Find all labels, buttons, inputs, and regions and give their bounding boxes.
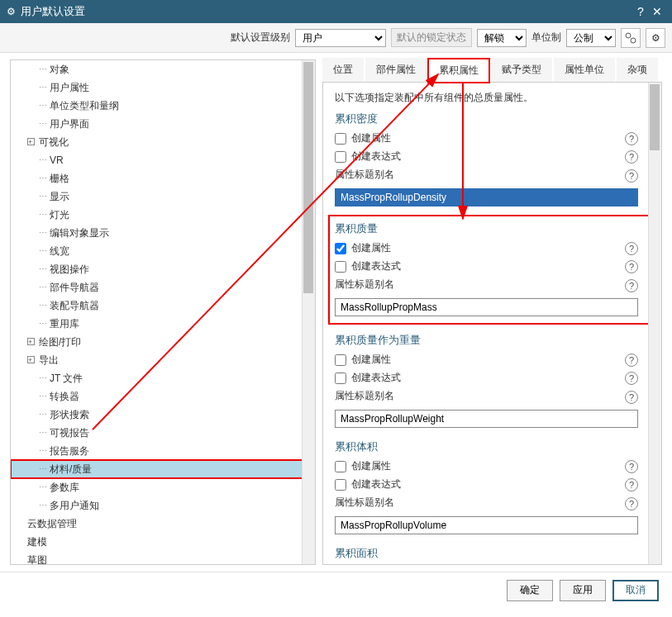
help-icon[interactable]: ?: [625, 497, 638, 510]
tree-item[interactable]: ⋯对象: [11, 60, 315, 78]
help-icon[interactable]: ?: [625, 260, 638, 273]
tree-item[interactable]: ⋯多用户通知: [11, 496, 315, 515]
tree-item[interactable]: ⋯转换器: [11, 387, 315, 406]
checkbox-create_expr[interactable]: 创建表达式: [335, 259, 625, 273]
tab[interactable]: 位置: [322, 58, 364, 82]
help-icon[interactable]: ?: [625, 169, 638, 183]
tree-item[interactable]: ⋯用户界面: [11, 115, 315, 133]
tree-item[interactable]: ⋯重用库: [11, 315, 315, 333]
tree-item[interactable]: 建模: [11, 533, 315, 551]
help-icon[interactable]: ?: [625, 478, 638, 491]
alias-label: 属性标题别名: [335, 496, 625, 510]
checkbox-create_attr[interactable]: 创建属性: [335, 241, 625, 255]
ok-button[interactable]: 确定: [507, 580, 553, 601]
checkbox-input[interactable]: [335, 261, 346, 273]
property-section: 累积密度创建属性?创建表达式?属性标题别名?: [335, 112, 655, 206]
checkbox-input[interactable]: [335, 373, 346, 384]
tree-item-label: 视图操作: [50, 262, 89, 277]
property-section: 累积体积创建属性?创建表达式?属性标题别名?: [335, 439, 655, 534]
tree-item-label: 云数据管理: [27, 516, 77, 531]
help-icon[interactable]: ?: [632, 5, 649, 18]
close-icon[interactable]: ✕: [649, 5, 665, 18]
tree-item[interactable]: ⋯线宽: [11, 242, 315, 260]
tree-item[interactable]: 草图: [11, 551, 315, 565]
checkbox-create_attr[interactable]: 创建属性: [335, 459, 625, 473]
checkbox-create_expr[interactable]: 创建表达式: [335, 371, 625, 385]
tree-item[interactable]: ⋯显示: [11, 187, 315, 206]
footer: 确定 应用 取消: [0, 572, 672, 608]
tree-item-label: 多用户通知: [50, 498, 99, 513]
level-select[interactable]: 用户: [295, 29, 386, 47]
tree-item-label: 可视报告: [50, 425, 89, 440]
help-icon[interactable]: ?: [625, 372, 638, 385]
tab[interactable]: 赋予类型: [491, 58, 552, 82]
tree-item-label: 编辑对象显示: [50, 225, 109, 240]
nav-tree[interactable]: ⋯对象⋯用户属性⋯单位类型和量纲⋯用户界面可视化⋯VR⋯栅格⋯显示⋯灯光⋯编辑对…: [10, 59, 316, 565]
tree-item-label: 形状搜索: [50, 407, 89, 422]
tree-item[interactable]: 云数据管理: [11, 515, 315, 533]
tree-item[interactable]: ⋯编辑对象显示: [11, 224, 315, 242]
alias-input[interactable]: [335, 410, 638, 428]
help-icon[interactable]: ?: [625, 391, 638, 404]
titlebar: ⚙ 用户默认设置 ? ✕: [0, 0, 672, 23]
tree-item[interactable]: ⋯形状搜索: [11, 406, 315, 424]
checkbox-create_attr[interactable]: 创建属性: [335, 353, 625, 367]
help-icon[interactable]: ?: [625, 279, 638, 292]
tree-item[interactable]: ⋯报告服务: [11, 442, 315, 460]
tree-item-label: JT 文件: [50, 371, 83, 386]
tree-item[interactable]: ⋯单位类型和量纲: [11, 97, 315, 115]
tree-item-label: 用户界面: [50, 116, 89, 131]
content-scrollbar[interactable]: [648, 83, 661, 564]
alias-label: 属性标题别名: [335, 389, 625, 403]
tree-item[interactable]: ⋯材料/质量: [11, 460, 315, 478]
checkbox-input[interactable]: [335, 354, 346, 366]
unit-select[interactable]: 公制: [566, 29, 616, 47]
tab[interactable]: 累积属性: [428, 59, 489, 83]
checkbox-input[interactable]: [335, 243, 346, 254]
checkbox-create_expr[interactable]: 创建表达式: [335, 150, 625, 164]
tab[interactable]: 部件属性: [365, 58, 427, 82]
tab[interactable]: 属性单位: [554, 58, 615, 82]
tree-item[interactable]: ⋯部件导航器: [11, 278, 315, 297]
lock-select[interactable]: 解锁: [477, 29, 527, 47]
tree-item[interactable]: ⋯灯光: [11, 206, 315, 224]
tree-scrollbar[interactable]: [302, 60, 315, 564]
tree-item[interactable]: ⋯视图操作: [11, 260, 315, 278]
tree-item[interactable]: ⋯可视报告: [11, 424, 315, 442]
help-icon[interactable]: ?: [625, 242, 638, 255]
tabs: 位置部件属性累积属性赋予类型属性单位杂项: [322, 59, 662, 83]
find-icon[interactable]: [621, 28, 641, 48]
alias-input[interactable]: [335, 516, 638, 534]
help-icon[interactable]: ?: [625, 150, 638, 164]
svg-point-1: [631, 38, 636, 43]
help-icon[interactable]: ?: [625, 132, 638, 145]
checkbox-input[interactable]: [335, 151, 346, 163]
tree-item[interactable]: 绘图/打印: [11, 333, 315, 351]
alias-input[interactable]: [335, 298, 638, 316]
tree-item[interactable]: ⋯栅格: [11, 169, 315, 187]
alias-input[interactable]: [335, 188, 638, 206]
description: 以下选项指定装配中所有组件的总质量属性。: [335, 91, 655, 105]
tree-item-label: 参数库: [50, 480, 79, 495]
checkbox-create_expr[interactable]: 创建表达式: [335, 477, 625, 491]
checkbox-create_attr[interactable]: 创建属性: [335, 131, 625, 145]
lock-state-label: 默认的锁定状态: [391, 28, 472, 47]
apply-button[interactable]: 应用: [560, 580, 606, 601]
tree-item[interactable]: ⋯参数库: [11, 478, 315, 496]
help-icon[interactable]: ?: [625, 354, 638, 367]
tree-item[interactable]: ⋯用户属性: [11, 78, 315, 97]
tree-item[interactable]: ⋯JT 文件: [11, 369, 315, 387]
cancel-button[interactable]: 取消: [612, 580, 659, 601]
tree-item[interactable]: 导出: [11, 351, 315, 369]
checkbox-input[interactable]: [335, 133, 346, 145]
settings-icon[interactable]: ⚙: [646, 28, 665, 48]
tree-item[interactable]: 可视化: [11, 133, 315, 151]
tree-item[interactable]: ⋯VR: [11, 151, 315, 169]
tree-item-label: 导出: [39, 353, 59, 368]
checkbox-input[interactable]: [335, 461, 346, 472]
tab[interactable]: 杂项: [617, 58, 658, 82]
checkbox-input[interactable]: [335, 479, 346, 491]
tree-item-label: 栅格: [50, 171, 69, 186]
help-icon[interactable]: ?: [625, 460, 638, 473]
tree-item[interactable]: ⋯装配导航器: [11, 297, 315, 315]
